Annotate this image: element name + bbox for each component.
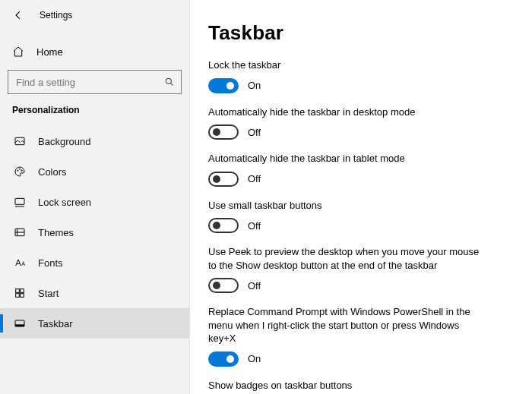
- sidebar-item-lockscreen[interactable]: Lock screen: [0, 187, 189, 217]
- setting-item: Automatically hide the taskbar in tablet…: [208, 152, 514, 187]
- fonts-icon: [14, 257, 26, 269]
- start-icon: [14, 287, 26, 299]
- setting-item: Lock the taskbarOn: [208, 58, 514, 93]
- sidebar-item-background[interactable]: Background: [0, 126, 189, 156]
- sidebar-item-label: Start: [38, 288, 59, 299]
- main-panel: Taskbar Lock the taskbarOnAutomatically …: [190, 0, 532, 394]
- arrow-left-icon: [12, 9, 24, 21]
- svg-rect-8: [21, 289, 24, 293]
- svg-rect-7: [16, 289, 20, 293]
- setting-label: Use Peek to preview the desktop when you…: [208, 245, 482, 272]
- svg-rect-10: [21, 294, 24, 298]
- setting-label: Automatically hide the taskbar in deskto…: [208, 106, 482, 119]
- home-icon: [12, 46, 24, 58]
- toggle-switch[interactable]: [208, 78, 239, 93]
- sidebar-nav: BackgroundColorsLock screenThemesFontsSt…: [0, 126, 189, 339]
- sidebar-item-label: Taskbar: [38, 318, 73, 329]
- search-input[interactable]: [8, 70, 182, 94]
- setting-item: Show badges on taskbar buttonsOn: [208, 379, 514, 394]
- toggle-state-text: Off: [248, 173, 261, 184]
- sidebar-item-label: Fonts: [38, 257, 63, 269]
- toggle-switch[interactable]: [208, 172, 239, 187]
- page-title: Taskbar: [208, 21, 514, 45]
- svg-rect-12: [15, 324, 24, 326]
- setting-item: Use small taskbar buttonsOff: [208, 199, 514, 234]
- svg-point-2: [17, 170, 18, 171]
- home-label: Home: [36, 46, 63, 58]
- setting-item: Use Peek to preview the desktop when you…: [208, 245, 514, 293]
- toggle-switch[interactable]: [208, 351, 239, 367]
- sidebar-item-label: Themes: [38, 227, 74, 238]
- setting-item: Replace Command Prompt with Windows Powe…: [208, 305, 514, 367]
- settings-list: Lock the taskbarOnAutomatically hide the…: [208, 58, 514, 394]
- toggle-switch[interactable]: [208, 278, 239, 293]
- sidebar-item-label: Background: [38, 136, 90, 147]
- setting-label: Lock the taskbar: [208, 58, 482, 72]
- setting-item: Automatically hide the taskbar in deskto…: [208, 106, 514, 140]
- sidebar-item-taskbar[interactable]: Taskbar: [0, 308, 189, 339]
- search-wrap: [8, 70, 182, 94]
- svg-rect-9: [16, 294, 20, 298]
- colors-icon: [14, 165, 26, 178]
- sidebar-item-start[interactable]: Start: [0, 278, 189, 308]
- toggle-state-text: Off: [248, 280, 261, 292]
- toggle-state-text: On: [248, 80, 261, 91]
- sidebar-item-colors[interactable]: Colors: [0, 156, 189, 187]
- lockscreen-icon: [14, 196, 26, 208]
- svg-point-4: [21, 170, 22, 171]
- taskbar-icon: [14, 317, 26, 329]
- sidebar-item-fonts[interactable]: Fonts: [0, 247, 189, 278]
- toggle-state-text: On: [248, 353, 261, 364]
- sidebar-header: Settings: [0, 0, 189, 30]
- category-header: Personalization: [0, 102, 189, 126]
- setting-label: Show badges on taskbar buttons: [208, 379, 482, 392]
- sidebar: Settings Home Personalization Background…: [0, 0, 190, 394]
- toggle-state-text: Off: [248, 220, 261, 232]
- toggle-switch[interactable]: [208, 218, 239, 233]
- back-button[interactable]: [11, 8, 26, 23]
- sidebar-item-themes[interactable]: Themes: [0, 217, 189, 247]
- themes-icon: [14, 226, 26, 238]
- sidebar-item-home[interactable]: Home: [0, 36, 189, 67]
- sidebar-item-label: Lock screen: [38, 197, 91, 208]
- toggle-state-text: Off: [248, 127, 261, 138]
- background-icon: [14, 135, 26, 147]
- setting-label: Use small taskbar buttons: [208, 199, 482, 213]
- svg-point-3: [19, 169, 20, 169]
- setting-label: Replace Command Prompt with Windows Powe…: [208, 305, 482, 345]
- setting-label: Automatically hide the taskbar in tablet…: [208, 152, 482, 165]
- toggle-switch[interactable]: [208, 125, 239, 140]
- app-title: Settings: [40, 10, 72, 20]
- sidebar-item-label: Colors: [38, 166, 67, 178]
- svg-rect-5: [15, 198, 24, 204]
